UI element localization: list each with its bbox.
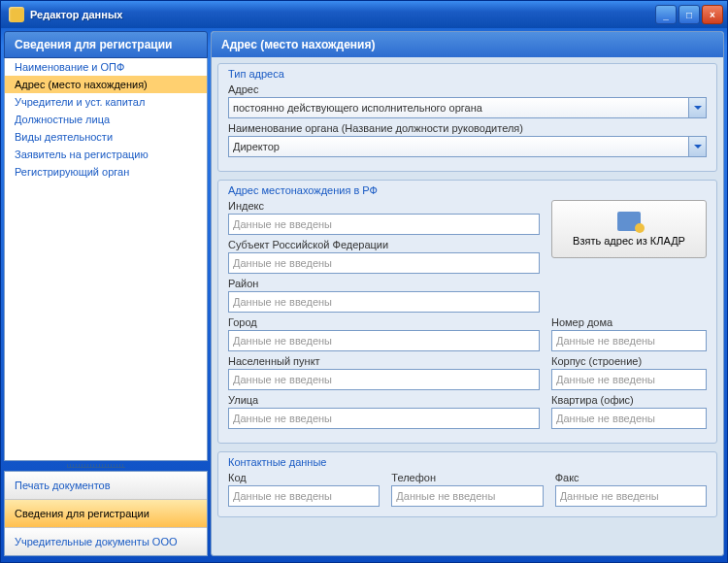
label-flat: Квартира (офис): [551, 394, 707, 406]
label-locality: Населенный пункт: [228, 355, 540, 367]
sidebar-bottom: Печать документов Сведения для регистрац…: [4, 471, 208, 556]
sidebar-btm-founding-docs[interactable]: Учредительные документы ООО: [5, 528, 207, 555]
label-phone: Телефон: [391, 472, 543, 483]
sidebar-item-officials[interactable]: Должностные лица: [5, 111, 207, 128]
input-subject[interactable]: [228, 252, 540, 274]
sidebar: Сведения для регистрации Наименование и …: [4, 31, 208, 556]
window-title: Редактор данных: [30, 9, 655, 20]
label-org-name: Наименование органа (Название должности …: [228, 122, 707, 134]
label-subject: Субъект Российской Федерации: [228, 239, 540, 250]
input-house[interactable]: [551, 330, 707, 351]
label-corpus: Корпус (строение): [551, 355, 707, 367]
label-district: Район: [228, 278, 540, 289]
label-address: Адрес: [228, 83, 707, 95]
sidebar-item-founders[interactable]: Учредители и уст. капитал: [5, 93, 207, 111]
sidebar-btm-print[interactable]: Печать документов: [5, 472, 207, 500]
label-fax: Факс: [555, 472, 707, 483]
window: Редактор данных _ □ × Сведения для регис…: [0, 0, 728, 563]
sidebar-header: Сведения для регистрации: [4, 31, 208, 58]
app-icon: [9, 7, 24, 22]
input-phone[interactable]: [391, 485, 543, 507]
label-city: Город: [228, 316, 540, 328]
minimize-button[interactable]: _: [655, 5, 677, 24]
input-city[interactable]: [228, 330, 540, 351]
close-button[interactable]: ×: [702, 5, 723, 24]
maximize-button[interactable]: □: [678, 5, 700, 24]
select-address-type[interactable]: [228, 97, 707, 118]
main-panel: Адрес (место нахождения) Тип адреса Адре…: [211, 31, 724, 556]
titlebar[interactable]: Редактор данных _ □ ×: [1, 1, 727, 28]
book-icon: [617, 212, 641, 231]
input-district[interactable]: [228, 291, 540, 313]
sidebar-list: Наименование и ОПФ Адрес (место нахожден…: [4, 58, 208, 461]
sidebar-item-address[interactable]: Адрес (место нахождения): [5, 76, 207, 93]
input-fax[interactable]: [555, 485, 707, 507]
label-code: Код: [228, 472, 380, 483]
input-locality[interactable]: [228, 369, 540, 390]
main-header: Адрес (место нахождения): [212, 32, 723, 57]
kladr-button[interactable]: Взять адрес из КЛАДР: [551, 200, 707, 258]
input-street[interactable]: [228, 408, 540, 429]
sidebar-item-applicant[interactable]: Заявитель на регистрацию: [5, 146, 207, 163]
label-house: Номер дома: [551, 316, 707, 328]
group-contacts: Контактные данные Код Телефон Факс: [217, 451, 717, 517]
select-org-name[interactable]: [228, 136, 707, 157]
input-corpus[interactable]: [551, 369, 707, 390]
main-body: Тип адреса Адрес Наименование органа (На…: [212, 57, 723, 555]
label-index: Индекс: [228, 200, 540, 212]
group-address-type: Тип адреса Адрес Наименование органа (На…: [217, 63, 717, 172]
group-title-type: Тип адреса: [228, 68, 707, 80]
sidebar-resizer[interactable]: [4, 461, 208, 471]
kladr-label: Взять адрес из КЛАДР: [573, 235, 685, 247]
sidebar-item-naming[interactable]: Наименование и ОПФ: [5, 58, 207, 76]
input-code[interactable]: [228, 485, 380, 507]
sidebar-btm-registration[interactable]: Сведения для регистрации: [5, 500, 207, 528]
window-buttons: _ □ ×: [655, 5, 723, 24]
group-title-contact: Контактные данные: [228, 456, 707, 468]
group-address-rf: Адрес местонахождения в РФ Индекс Субъек…: [217, 180, 717, 444]
group-title-addr: Адрес местонахождения в РФ: [228, 184, 707, 196]
sidebar-item-activities[interactable]: Виды деятельности: [5, 128, 207, 146]
input-index[interactable]: [228, 214, 540, 235]
label-street: Улица: [228, 394, 540, 406]
sidebar-item-registrar[interactable]: Регистрирующий орган: [5, 163, 207, 181]
content: Сведения для регистрации Наименование и …: [1, 28, 727, 559]
input-flat[interactable]: [551, 408, 707, 429]
